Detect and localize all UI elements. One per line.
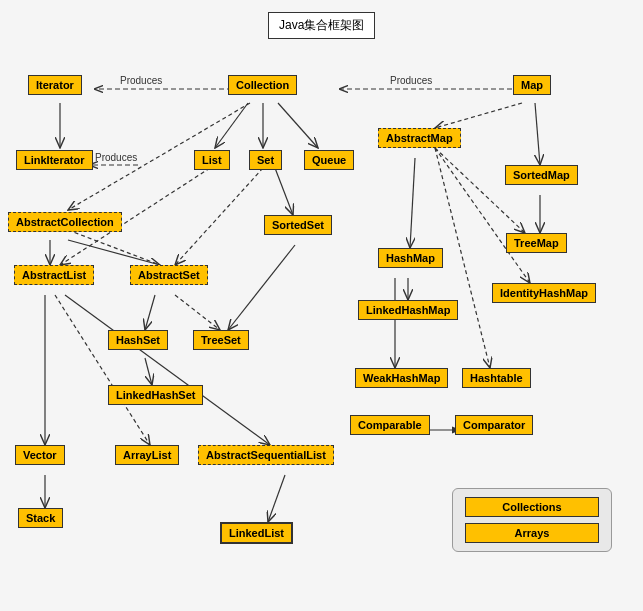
legend-arrays: Arrays	[465, 523, 599, 543]
svg-line-19	[145, 295, 155, 330]
svg-line-14	[275, 168, 293, 215]
title-box: Java集合框架图	[268, 12, 375, 39]
node-abstractmap: AbstractMap	[378, 128, 461, 148]
node-set: Set	[249, 150, 282, 170]
node-sortedset: SortedSet	[264, 215, 332, 235]
produces-label-1: Produces	[120, 75, 162, 86]
title-text: Java集合框架图	[279, 18, 364, 32]
node-sortedmap: SortedMap	[505, 165, 578, 185]
svg-line-25	[65, 295, 270, 445]
svg-line-6	[535, 103, 540, 165]
node-iterator: Iterator	[28, 75, 82, 95]
node-identityhashmap: IdentityHashMap	[492, 283, 596, 303]
svg-line-4	[278, 103, 318, 148]
node-comparable: Comparable	[350, 415, 430, 435]
node-list: List	[194, 150, 230, 170]
node-hashset: HashSet	[108, 330, 168, 350]
node-vector: Vector	[15, 445, 65, 465]
svg-line-21	[228, 245, 295, 330]
svg-line-17	[435, 148, 525, 233]
svg-line-32	[68, 230, 160, 265]
node-hashtable: Hashtable	[462, 368, 531, 388]
svg-line-16	[410, 158, 415, 248]
svg-line-13	[175, 168, 263, 265]
node-abstractsequentiallist: AbstractSequentialList	[198, 445, 334, 465]
node-arraylist: ArrayList	[115, 445, 179, 465]
diagram: Java集合框架图 Produces Produces	[0, 0, 643, 611]
node-map: Map	[513, 75, 551, 95]
node-weakhashmap: WeakHashMap	[355, 368, 448, 388]
node-linkedhashmap: LinkedHashMap	[358, 300, 458, 320]
svg-line-5	[435, 103, 522, 128]
node-abstractlist: AbstractList	[14, 265, 94, 285]
node-collection: Collection	[228, 75, 297, 95]
produces-label-3: Produces	[95, 152, 137, 163]
node-linkedlist: LinkedList	[220, 522, 293, 544]
node-linkiterator: LinkIterator	[16, 150, 93, 170]
node-queue: Queue	[304, 150, 354, 170]
svg-line-20	[175, 295, 220, 330]
node-hashmap: HashMap	[378, 248, 443, 268]
node-linkedhashset: LinkedHashSet	[108, 385, 203, 405]
svg-line-24	[55, 295, 150, 445]
svg-line-27	[268, 475, 285, 522]
node-treeset: TreeSet	[193, 330, 249, 350]
node-abstractcollection: AbstractCollection	[8, 212, 122, 232]
node-stack: Stack	[18, 508, 63, 528]
svg-line-2	[215, 103, 248, 148]
svg-line-22	[145, 358, 152, 385]
node-abstractset: AbstractSet	[130, 265, 208, 285]
node-treemap: TreeMap	[506, 233, 567, 253]
legend-box: Collections Arrays	[452, 488, 612, 552]
svg-line-28	[435, 148, 490, 368]
svg-line-11	[68, 240, 160, 265]
produces-label-2: Produces	[390, 75, 432, 86]
node-comparator: Comparator	[455, 415, 533, 435]
legend-collections: Collections	[465, 497, 599, 517]
